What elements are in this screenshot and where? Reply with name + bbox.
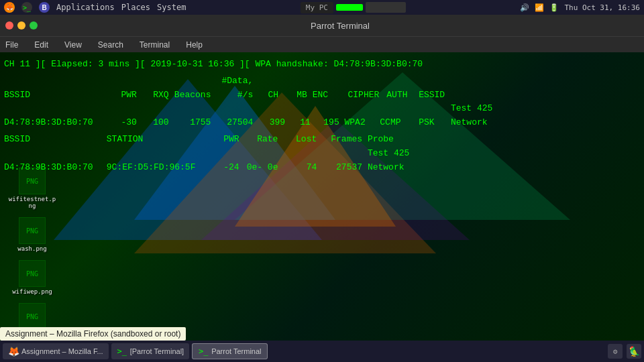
taskbar-item-firefox-label: Assignment – Mozilla F... bbox=[21, 347, 103, 355]
menu-help[interactable]: Help bbox=[183, 39, 205, 51]
taskbar-right-icons: ⚙ 🦜 bbox=[608, 344, 641, 359]
taskbar-item-terminal1[interactable]: >_ [Parrot Terminal] bbox=[111, 343, 190, 359]
col-essid-hdr: ESSID bbox=[419, 88, 499, 103]
b-icon[interactable]: B bbox=[39, 2, 50, 13]
menu-file[interactable]: File bbox=[3, 39, 21, 51]
col-pwr2-hdr: PWR bbox=[209, 133, 239, 147]
taskbar-item-terminal1-label: [Parrot Terminal] bbox=[130, 347, 184, 355]
apps-label[interactable]: Applications bbox=[56, 3, 115, 12]
taskbar-item-terminal2-label: Parrot Terminal bbox=[211, 347, 261, 355]
minimize-button[interactable] bbox=[17, 21, 25, 29]
places-label[interactable]: Places bbox=[121, 3, 150, 12]
col-beac-hdr: Beacons bbox=[174, 88, 211, 103]
tooltip-text: Assignment – Mozilla Firefox (sandboxed … bbox=[5, 329, 180, 339]
col-data-hdr: #Data, #/s bbox=[216, 74, 253, 103]
menu-search[interactable]: Search bbox=[95, 39, 126, 51]
col-pwr-hdr: PWR bbox=[107, 88, 137, 103]
cell-rate-2: 0e- 0e bbox=[244, 161, 278, 175]
firefox-taskbar-icon: 🦊 bbox=[8, 346, 19, 357]
icon-label-2: wash.png bbox=[17, 245, 46, 252]
taskbar-item-firefox[interactable]: 🦊 Assignment – Mozilla F... bbox=[3, 343, 109, 359]
taskbar-settings-icon[interactable]: ⚙ bbox=[608, 344, 623, 359]
cell-data-1: 27504 bbox=[216, 116, 253, 130]
col-enc-hdr: ENC bbox=[313, 88, 343, 103]
network-icon: 📶 bbox=[535, 3, 544, 12]
datetime: Thu Oct 31, 16:36 bbox=[564, 3, 640, 12]
taskbar-center: My PC bbox=[301, 2, 406, 13]
terminal-window: Parrot Terminal File Edit View Search Te… bbox=[0, 15, 644, 362]
cell-frames-2: 27537 bbox=[322, 161, 362, 175]
col-lost-hdr: Lost bbox=[283, 133, 317, 147]
terminal-icon[interactable]: >_ bbox=[21, 2, 32, 13]
icon-img-3: PNG bbox=[19, 260, 46, 287]
active-window-name: My PC bbox=[301, 2, 333, 13]
icon-label-1: wifitestnet.png bbox=[8, 196, 56, 209]
taskbar: 🦊 Assignment – Mozilla F... >_ [Parrot T… bbox=[0, 341, 644, 362]
tooltip-bar: Assignment – Mozilla Firefox (sandboxed … bbox=[0, 327, 186, 341]
cell-pwr-2: -24 bbox=[209, 161, 239, 175]
terminal-text: CH 11 ][ Elapsed: 3 mins ][ 2019-10-31 1… bbox=[4, 58, 640, 174]
status-line: CH 11 ][ Elapsed: 3 mins ][ 2019-10-31 1… bbox=[4, 58, 640, 72]
cell-mb-1: 195 bbox=[316, 116, 339, 130]
dark-block bbox=[366, 2, 406, 13]
table-header-1: BSSID PWR RXQ Beacons #Data, #/s CH MB E… bbox=[4, 74, 640, 103]
cell-station-2: 9C:EF:D5:FD:96:5F bbox=[107, 161, 204, 175]
system-bar: 🦊 >_ B Applications Places System My PC … bbox=[0, 0, 644, 15]
cell-enc-1: WPA2 bbox=[345, 116, 375, 130]
cell-bssid-2: D4:78:9B:3D:B0:70 bbox=[4, 161, 101, 175]
maximize-button[interactable] bbox=[30, 21, 38, 29]
col-auth-hdr: AUTH bbox=[386, 88, 413, 103]
table-row-1: D4:78:9B:3D:B0:70 -30 100 1755 27504 399… bbox=[4, 102, 640, 130]
col-bssid-hdr: BSSID bbox=[4, 88, 101, 103]
col-probe-hdr: Probe bbox=[368, 133, 448, 147]
table-row-2: D4:78:9B:3D:B0:70 9C:EF:D5:FD:96:5F -24 … bbox=[4, 147, 640, 175]
icon-img-4: PNG bbox=[19, 303, 46, 330]
desktop-icon-2[interactable]: PNG wash.png bbox=[5, 215, 59, 255]
col-rxq-hdr: RXQ bbox=[142, 88, 169, 103]
cell-ch-1: 11 bbox=[290, 116, 311, 130]
cell-probe-2: Test 425 Network bbox=[368, 147, 448, 175]
col-station-hdr: STATION bbox=[107, 133, 204, 147]
terminal2-taskbar-icon: >_ bbox=[198, 346, 209, 357]
terminal-menubar: File Edit View Search Terminal Help bbox=[0, 36, 644, 52]
col-bssid2-hdr: BSSID bbox=[4, 133, 101, 147]
menu-edit[interactable]: Edit bbox=[32, 39, 51, 51]
taskbar-item-terminal2[interactable]: >_ Parrot Terminal bbox=[192, 343, 267, 359]
col-ch-hdr: CH bbox=[258, 88, 278, 103]
col-frames-hdr: Frames bbox=[322, 133, 362, 147]
terminal-title: Parrot Terminal bbox=[42, 21, 639, 31]
desktop-icon-3[interactable]: PNG wifiwep.png bbox=[5, 257, 59, 298]
cell-bssid-1: D4:78:9B:3D:B0:70 bbox=[4, 116, 101, 130]
terminal-content[interactable]: PNG wifitestnet.png PNG wash.png PNG wif… bbox=[0, 52, 644, 362]
green-indicator bbox=[336, 4, 363, 11]
icon-label-3: wifiwep.png bbox=[12, 288, 52, 295]
cell-rxq-1: 100 bbox=[142, 116, 169, 130]
icon-img-2: PNG bbox=[19, 217, 46, 244]
cell-pwr-1: -30 bbox=[107, 116, 137, 130]
firefox-icon[interactable]: 🦊 bbox=[4, 2, 15, 13]
cell-ciph-1: CCMP bbox=[380, 116, 413, 130]
col-mb-hdr: MB bbox=[284, 88, 307, 103]
cell-rate-1: 399 bbox=[258, 116, 285, 130]
terminal1-taskbar-icon: >_ bbox=[117, 346, 127, 357]
menu-view[interactable]: View bbox=[62, 39, 85, 51]
cell-beac-1: 1755 bbox=[174, 116, 211, 130]
volume-icon: 🔊 bbox=[520, 3, 529, 12]
cell-lost-2: 74 bbox=[283, 161, 317, 175]
system-label[interactable]: System bbox=[157, 3, 186, 12]
table-header-2: BSSID STATION PWR Rate Lost Frames Probe bbox=[4, 133, 640, 147]
cell-essid-1: Test 425 Network bbox=[451, 102, 531, 130]
cell-auth-1: PSK bbox=[419, 116, 445, 130]
taskbar-parrot-icon[interactable]: 🦜 bbox=[627, 344, 641, 359]
battery-icon: 🔋 bbox=[549, 3, 559, 12]
menu-terminal[interactable]: Terminal bbox=[137, 39, 172, 51]
close-button[interactable] bbox=[5, 21, 13, 29]
col-rate2-hdr: Rate bbox=[244, 133, 278, 147]
system-bar-right: 🔊 📶 🔋 Thu Oct 31, 16:36 bbox=[520, 3, 640, 12]
col-ciph-hdr: CIPHER bbox=[348, 88, 382, 103]
terminal-titlebar: Parrot Terminal bbox=[0, 15, 644, 36]
system-bar-left: 🦊 >_ B Applications Places System bbox=[4, 2, 186, 13]
